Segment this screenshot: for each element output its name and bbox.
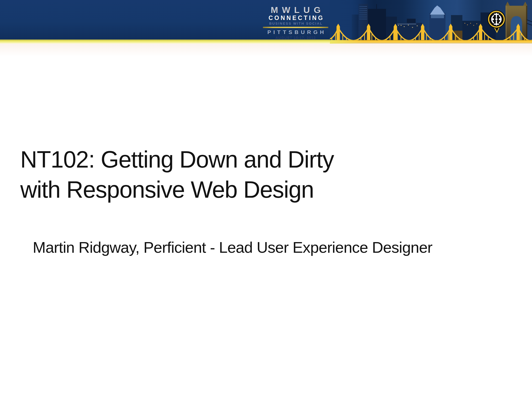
slide-title: NT102: Getting Down and Dirty with Respo… [20,144,334,205]
logo-subtagline: BUSINESS WITH SOCIAL [262,22,329,26]
header-stripe-glow [0,44,532,56]
slide-title-line2: with Responsive Web Design [20,175,334,205]
slide-title-line1: NT102: Getting Down and Dirty [20,144,334,175]
header-banner: MWLUG CONNECTING BUSINESS WITH SOCIAL PI… [0,0,532,39]
pittsburgh-skyline-graphic [330,0,532,44]
logo-tagline: CONNECTING [262,15,329,22]
bridge-deck [330,40,532,44]
logo-divider [263,27,328,28]
logo-city: PITTSBURGH [262,29,329,35]
mwlug-logo: MWLUG CONNECTING BUSINESS WITH SOCIAL PI… [262,5,329,40]
slide: MWLUG CONNECTING BUSINESS WITH SOCIAL PI… [0,0,532,399]
logo-dates: AUGUST 15-17, 2012 [262,35,329,40]
slide-subtitle: Martin Ridgway, Perficient - Lead User E… [33,238,432,256]
logo-brand: MWLUG [262,5,329,15]
